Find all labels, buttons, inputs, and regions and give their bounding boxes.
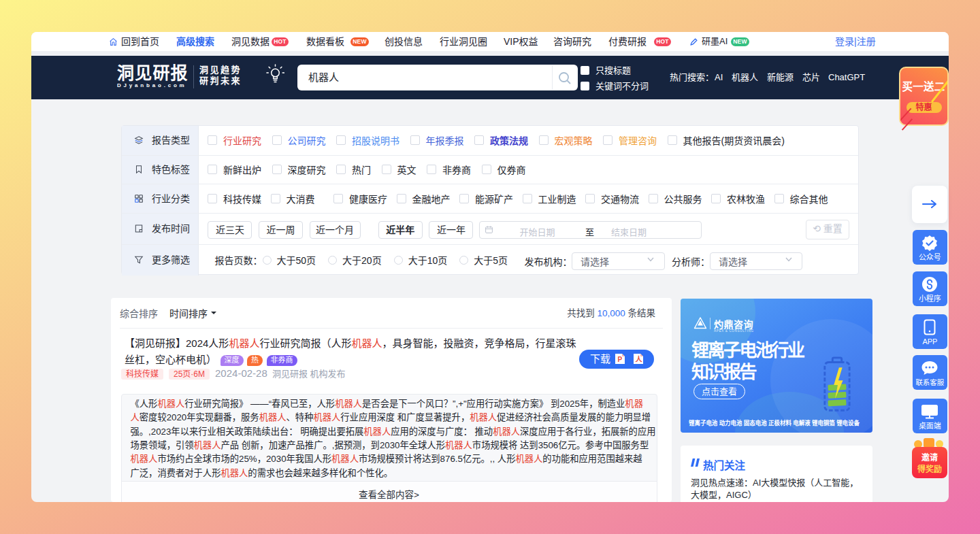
svg-text:P: P [618, 356, 623, 363]
svg-text:人: 人 [636, 355, 643, 363]
